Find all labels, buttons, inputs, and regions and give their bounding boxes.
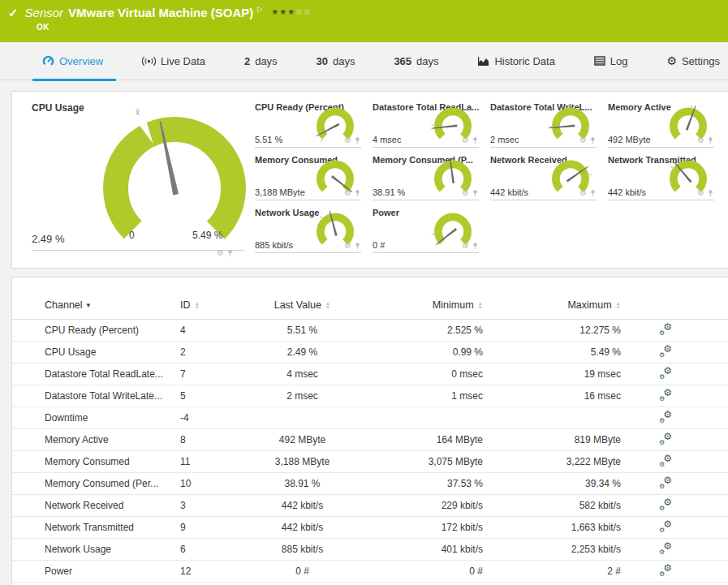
tab-label: Settings [682, 55, 720, 67]
channel-name[interactable]: Power [45, 566, 179, 577]
table-row[interactable]: Power 12 0 # 0 # 2 # ⚙⚙ [12, 561, 728, 583]
table-row[interactable]: Datastore Total WriteLate... 5 2 msec 1 … [12, 385, 728, 407]
pin-icon[interactable] [472, 242, 479, 250]
channel-settings-icon[interactable]: ⚙⚙ [659, 498, 672, 510]
channel-settings-icon[interactable]: ⚙⚙ [659, 432, 672, 445]
gear-icon[interactable]: ⚙ [579, 189, 587, 197]
channel-settings-icon[interactable]: ⚙⚙ [659, 476, 672, 488]
pin-icon[interactable] [354, 242, 361, 250]
flag-icon[interactable]: ⚐ [256, 6, 263, 15]
pin-icon[interactable] [354, 136, 361, 144]
table-row[interactable]: CPU Ready (Percent) 4 5.51 % 2.525 % 12.… [12, 320, 728, 342]
channel-settings-icon[interactable]: ⚙⚙ [659, 345, 672, 357]
column-header-last-value[interactable]: Last Value▲▼ [248, 299, 357, 311]
channel-name[interactable]: Memory Active [45, 434, 179, 445]
table-row[interactable]: CPU Usage 2 2.49 % 0.99 % 5.49 % ⚙⚙ [12, 342, 728, 363]
channel-name[interactable]: CPU Usage [45, 346, 179, 358]
tab-30-days[interactable]: 30 days [313, 42, 359, 80]
pin-icon[interactable] [589, 189, 597, 197]
gear-icon[interactable]: ⚙ [344, 242, 351, 250]
gauge-tile-network-usage[interactable]: Network Usage 885 kbit/s ⚙ [255, 208, 361, 253]
pin-icon[interactable] [354, 189, 361, 197]
last-value: 3,188 MByte [248, 456, 357, 467]
channel-settings-icon[interactable]: ⚙⚙ [659, 454, 672, 467]
column-header-id[interactable]: ID▲▼ [179, 299, 248, 311]
pin-icon[interactable] [707, 136, 714, 144]
table-row[interactable]: Downtime -4 ⚙⚙ [12, 407, 728, 429]
gauge-tile-datastore-write[interactable]: Datastore Total WriteL... 2 msec ⚙ [490, 102, 597, 148]
gear-icon[interactable]: ⚙ [697, 189, 704, 197]
column-header-maximum[interactable]: Maximum▲▼ [483, 299, 621, 311]
gauge-tile-memory-active[interactable]: Memory Active 492 MByte ⚙ [608, 102, 714, 148]
pin-icon[interactable] [226, 249, 234, 257]
tab-historic-data[interactable]: Historic Data [474, 42, 558, 80]
channel-name[interactable]: Datastore Total WriteLate... [45, 390, 179, 402]
channel-name[interactable]: Memory Consumed [45, 456, 179, 467]
minimum-value: 37.53 % [357, 478, 483, 489]
gear-icon[interactable]: ⚙ [344, 189, 351, 197]
tab-log[interactable]: Log [591, 42, 631, 80]
gauge-tile-power[interactable]: Power 0 # ⚙ [373, 208, 479, 253]
gauge-tile-datastore-read[interactable]: Datastore Total ReadLa... 4 msec ⚙ [373, 102, 479, 148]
channel-settings-icon[interactable]: ⚙⚙ [659, 520, 672, 532]
gauge-tile-cpu-ready[interactable]: CPU Ready (Percent) 5.51 % ⚙ [255, 102, 361, 148]
table-row[interactable]: Memory Active 8 492 MByte 164 MByte 819 … [12, 429, 728, 451]
channel-name[interactable]: Datastore Total ReadLate... [45, 368, 179, 380]
tab-overview[interactable]: Overview [39, 42, 106, 80]
gear-icon[interactable]: ⚙ [217, 249, 224, 257]
gear-icon[interactable]: ⚙ [462, 242, 469, 250]
table-row[interactable]: Network Transmitted 9 442 kbit/s 172 kbi… [12, 517, 728, 539]
tab-label: Historic Data [494, 55, 554, 67]
minimum-value: 164 MByte [357, 434, 483, 445]
channel-name[interactable]: Network Usage [45, 544, 179, 555]
tab-365-days[interactable]: 365 days [390, 42, 442, 80]
gear-icon[interactable]: ⚙ [462, 136, 469, 144]
minimum-value: 229 kbit/s [357, 500, 483, 511]
small-gauges-grid: CPU Ready (Percent) 5.51 % ⚙ Datastore T… [255, 102, 714, 253]
pin-icon[interactable] [472, 189, 479, 197]
channel-name[interactable]: Network Transmitted [45, 522, 179, 533]
gauge-value: 442 kbit/s [490, 187, 528, 197]
channel-settings-icon[interactable]: ⚙⚙ [659, 367, 672, 379]
tab-settings[interactable]: ⚙ Settings [663, 42, 723, 80]
tab-live-data[interactable]: Live Data [139, 42, 209, 80]
column-header-channel[interactable]: Channel▾ [45, 299, 179, 311]
channel-settings-icon[interactable]: ⚙⚙ [659, 564, 672, 576]
table-row[interactable]: Memory Consumed 11 3,188 MByte 3,075 MBy… [12, 451, 728, 473]
sensor-header: ✓ Sensor VMware Virtual Machine (SOAP) ⚐… [0, 0, 728, 42]
pin-icon[interactable] [589, 136, 597, 144]
maximum-value: 3,222 MByte [483, 456, 621, 467]
gauge-value: 3,188 MByte [255, 187, 305, 197]
channel-settings-icon[interactable]: ⚙⚙ [659, 389, 672, 401]
tab-2-days[interactable]: 2 days [241, 42, 281, 80]
stars-filled[interactable]: ★★★ [271, 7, 295, 16]
gauge-title: Network Usage [255, 208, 319, 217]
last-value: 4 msec [248, 368, 357, 380]
gear-icon[interactable]: ⚙ [697, 136, 704, 144]
table-row[interactable]: Memory Consumed (Per... 10 38.91 % 37.53… [12, 473, 728, 495]
channel-name[interactable]: Downtime [45, 412, 179, 424]
main-gauge-tile[interactable]: CPU Usage x̄ 2.49 % 0 5.49 % ⚙ [12, 92, 272, 269]
table-row[interactable]: Network Usage 6 885 kbit/s 401 kbit/s 2,… [12, 539, 728, 561]
gear-icon[interactable]: ⚙ [579, 136, 587, 144]
gauge-tile-memory-consumed-percent[interactable]: Memory Consumed (P... 38.91 % ⚙ [373, 155, 479, 200]
gear-icon[interactable]: ⚙ [462, 189, 469, 197]
gauge-tile-network-transmitted[interactable]: Network Transmitted 442 kbit/s ⚙ [608, 155, 714, 200]
last-value: 0 # [248, 566, 357, 577]
stars-empty[interactable]: ☆☆ [295, 7, 312, 16]
priority-stars[interactable]: ★★★☆☆ [271, 7, 312, 16]
channel-name[interactable]: Memory Consumed (Per... [45, 478, 179, 489]
channel-settings-icon[interactable]: ⚙⚙ [659, 411, 672, 423]
table-row[interactable]: Datastore Total ReadLate... 7 4 msec 0 m… [12, 363, 728, 385]
channel-name[interactable]: Network Received [45, 500, 179, 511]
pin-icon[interactable] [472, 136, 479, 144]
pin-icon[interactable] [707, 189, 714, 197]
gauge-tile-memory-consumed[interactable]: Memory Consumed 3,188 MByte ⚙ [255, 155, 361, 200]
column-header-minimum[interactable]: Minimum▲▼ [357, 299, 483, 311]
gear-icon[interactable]: ⚙ [344, 136, 351, 144]
gauge-tile-network-received[interactable]: Network Received 442 kbit/s ⚙ [490, 155, 597, 200]
channel-settings-icon[interactable]: ⚙⚙ [659, 542, 672, 554]
channel-name[interactable]: CPU Ready (Percent) [45, 325, 179, 336]
table-row[interactable]: Network Received 3 442 kbit/s 229 kbit/s… [12, 495, 728, 517]
channel-settings-icon[interactable]: ⚙⚙ [659, 323, 672, 335]
